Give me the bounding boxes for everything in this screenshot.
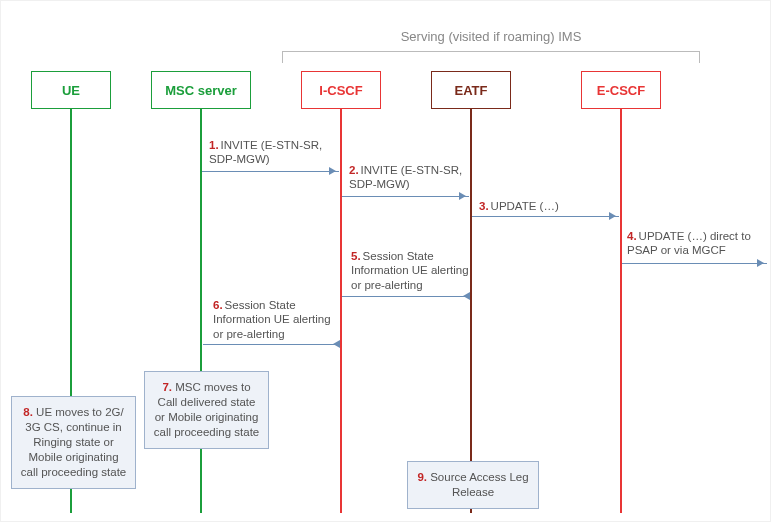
note-7-num: 7. <box>162 381 172 393</box>
msg-6: 6.Session State Information UE alerting … <box>213 298 338 341</box>
arrow-1 <box>202 171 339 172</box>
actor-ue-label: UE <box>62 83 80 98</box>
msg-2: 2.INVITE (E-STN-SR, SDP-MGW) <box>349 163 474 192</box>
msg-5-num: 5. <box>351 250 361 262</box>
msg-3-num: 3. <box>479 200 489 212</box>
arrow-2 <box>342 196 469 197</box>
lifeline-ecscf <box>620 109 622 513</box>
arrow-5 <box>342 296 469 297</box>
note-9-text: Source Access Leg Release <box>430 471 528 498</box>
msg-1-text: INVITE (E-STN-SR, SDP-MGW) <box>209 139 322 165</box>
arrow-6 <box>203 344 339 345</box>
msg-4-num: 4. <box>627 230 637 242</box>
msg-5-text: Session State Information UE alerting or… <box>351 250 469 291</box>
group-label: Serving (visited if roaming) IMS <box>301 29 681 44</box>
actor-ecscf-label: E-CSCF <box>597 83 645 98</box>
actor-msc: MSC server <box>151 71 251 109</box>
msg-2-num: 2. <box>349 164 359 176</box>
note-9: 9. Source Access Leg Release <box>407 461 539 509</box>
actor-ecscf: E-CSCF <box>581 71 661 109</box>
msg-4-text: UPDATE (…) direct to PSAP or via MGCF <box>627 230 751 256</box>
msg-1: 1.INVITE (E-STN-SR, SDP-MGW) <box>209 138 339 167</box>
msg-3-text: UPDATE (…) <box>491 200 559 212</box>
msg-5: 5.Session State Information UE alerting … <box>351 249 471 292</box>
group-bracket <box>282 51 700 63</box>
actor-icscf: I-CSCF <box>301 71 381 109</box>
arrow-4 <box>622 263 767 264</box>
note-8-num: 8. <box>23 406 33 418</box>
note-8-text: UE moves to 2G/ 3G CS, continue in Ringi… <box>21 406 126 478</box>
msg-4: 4.UPDATE (…) direct to PSAP or via MGCF <box>627 229 767 258</box>
actor-msc-label: MSC server <box>165 83 237 98</box>
lifeline-icscf <box>340 109 342 513</box>
arrow-3 <box>472 216 619 217</box>
note-7: 7. MSC moves to Call delivered state or … <box>144 371 269 449</box>
msg-6-text: Session State Information UE alerting or… <box>213 299 331 340</box>
actor-eatf-label: EATF <box>455 83 488 98</box>
actor-eatf: EATF <box>431 71 511 109</box>
msg-1-num: 1. <box>209 139 219 151</box>
msg-6-num: 6. <box>213 299 223 311</box>
note-9-num: 9. <box>417 471 427 483</box>
actor-ue: UE <box>31 71 111 109</box>
actor-icscf-label: I-CSCF <box>319 83 362 98</box>
msg-2-text: INVITE (E-STN-SR, SDP-MGW) <box>349 164 462 190</box>
note-8: 8. UE moves to 2G/ 3G CS, continue in Ri… <box>11 396 136 489</box>
lifeline-msc <box>200 109 202 513</box>
msg-3: 3.UPDATE (…) <box>479 199 619 213</box>
